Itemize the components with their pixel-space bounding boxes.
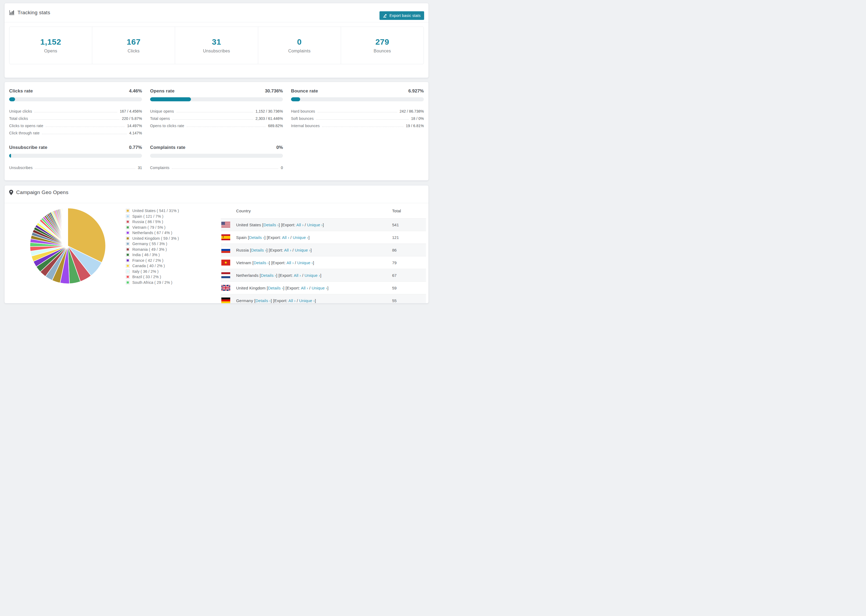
dotted-leader xyxy=(35,112,117,112)
export-unique-link[interactable]: Unique › xyxy=(293,235,308,240)
export-all-link[interactable]: All › xyxy=(301,286,308,290)
legend-swatch xyxy=(126,225,130,229)
export-unique-link[interactable]: Unique › xyxy=(295,248,310,252)
dotted-leader xyxy=(42,134,127,134)
export-all-link[interactable]: All › xyxy=(296,223,304,227)
stat-row-value: 167 / 4.456% xyxy=(120,109,142,113)
legend-label: Russia ( 86 / 5% ) xyxy=(132,220,163,224)
bounce-rate-value: 6.927% xyxy=(408,88,424,94)
legend-item-india: India ( 46 / 3% ) xyxy=(126,252,179,258)
export-basic-stats-button[interactable]: Export basic stats xyxy=(379,11,424,20)
vn-flag-icon xyxy=(221,259,230,266)
opens-rate-value: 30.736% xyxy=(265,88,283,94)
total-value: 79 xyxy=(392,261,397,265)
stat-row-value: 0 xyxy=(281,165,283,170)
bar-chart-icon xyxy=(9,10,14,15)
export-all-link[interactable]: All › xyxy=(284,248,291,252)
stat-row-soft-bounces: Soft bounces18 / 0% xyxy=(291,113,424,121)
stat-value: 1,152 xyxy=(40,37,61,47)
bracket: ] xyxy=(310,248,312,252)
campaign-geo-opens-panel: Campaign Geo Opens United States ( 541 /… xyxy=(4,185,429,303)
export-unique-link[interactable]: Unique › xyxy=(307,223,323,227)
export-all-link[interactable]: All › xyxy=(288,298,296,303)
legend-label: France ( 42 / 2% ) xyxy=(132,258,164,262)
dotted-leader xyxy=(318,112,397,112)
bounce-rate-progressbar xyxy=(291,97,424,101)
gb-flag-icon xyxy=(221,285,230,291)
export-label: [Export: xyxy=(271,261,287,265)
details-link[interactable]: Details › xyxy=(255,298,271,303)
export-all-link[interactable]: All › xyxy=(287,261,294,265)
unsubscribe-rate-block: Unsubscribe rate 0.77% Unsubscribes31 xyxy=(9,145,142,170)
country-cell: Germany [Details ›] [Export: All › / Uni… xyxy=(236,298,316,303)
legend-item-vietnam: Vietnam ( 79 / 5% ) xyxy=(126,225,179,230)
stat-row-label: Opens to clicks rate xyxy=(150,124,184,128)
stat-row-value: 4.147% xyxy=(129,131,142,135)
stat-row-value: 242 / 86.738% xyxy=(400,109,424,113)
legend-swatch xyxy=(126,275,130,279)
stat-row-label: Hard bounces xyxy=(291,109,315,113)
column-header-total: Total xyxy=(392,209,401,213)
export-all-link[interactable]: All › xyxy=(282,235,290,240)
stat-row-label: Total opens xyxy=(150,116,170,121)
legend-label: South Africa ( 29 / 2% ) xyxy=(132,280,172,284)
details-link[interactable]: Details › xyxy=(261,273,276,278)
details-link[interactable]: Details › xyxy=(263,223,279,227)
legend-swatch xyxy=(126,209,130,212)
stat-row-label: Soft bounces xyxy=(291,116,313,121)
table-row-germany: Germany [Details ›] [Export: All › / Uni… xyxy=(221,294,426,303)
details-link[interactable]: Details › xyxy=(254,261,269,265)
stat-row-label: Total clicks xyxy=(9,116,28,121)
stat-row-value: 19 / 6.81% xyxy=(406,124,424,128)
legend-label: Brazil ( 33 / 2% ) xyxy=(132,275,161,279)
stat-row-value: 18 / 0% xyxy=(411,116,424,121)
export-unique-link[interactable]: Unique › xyxy=(312,286,327,290)
export-label: [Export: xyxy=(267,235,282,240)
details-link[interactable]: Details › xyxy=(249,235,265,240)
unsubscribe-rate-progressbar xyxy=(9,154,142,158)
country-name: Russia xyxy=(236,248,250,252)
geo-title: Campaign Geo Opens xyxy=(16,190,68,195)
export-label: [Export: xyxy=(279,273,294,278)
stat-label: Opens xyxy=(44,49,57,53)
legend-label: Spain ( 121 / 7% ) xyxy=(132,214,164,218)
country-cell: Netherlands [Details ›] [Export: All › /… xyxy=(236,273,321,278)
table-row-united-kingdom: United Kingdom [Details ›] [Export: All … xyxy=(221,281,426,294)
stat-box-unsubscribes: 31Unsubscribes xyxy=(175,27,258,64)
legend-label: Vietnam ( 79 / 5% ) xyxy=(132,225,165,229)
stat-row-opens-to-clicks-rate: Opens to clicks rate689.82% xyxy=(150,121,283,128)
export-all-link[interactable]: All › xyxy=(294,273,301,278)
de-flag-icon xyxy=(221,297,230,303)
bracket: ] xyxy=(309,235,310,240)
stat-label: Unsubscribes xyxy=(203,49,230,53)
legend-label: Netherlands ( 67 / 4% ) xyxy=(132,231,172,235)
legend-swatch xyxy=(126,253,130,257)
geo-body: United States ( 541 / 31% )Spain ( 121 /… xyxy=(5,203,428,303)
dotted-leader xyxy=(172,168,279,169)
clicks-rate-title: Clicks rate xyxy=(9,88,33,94)
legend-label: United States ( 541 / 31% ) xyxy=(132,209,179,213)
bracket: ] xyxy=(327,286,328,290)
country-name: Netherlands xyxy=(236,273,260,278)
legend-swatch xyxy=(126,231,130,235)
export-unique-link[interactable]: Unique › xyxy=(299,298,315,303)
details-link[interactable]: Details › xyxy=(251,248,266,252)
slash: / xyxy=(301,273,304,278)
total-value: 541 xyxy=(392,223,399,227)
stat-row-click-through-rate: Click through rate4.147% xyxy=(9,128,142,135)
total-value: 86 xyxy=(392,248,397,252)
export-unique-link[interactable]: Unique › xyxy=(304,273,320,278)
legend-label: Italy ( 36 / 2% ) xyxy=(132,269,159,273)
clicks-rate-value: 4.46% xyxy=(129,88,142,94)
stat-box-clicks: 167Clicks xyxy=(92,27,175,64)
legend-item-italy: Italy ( 36 / 2% ) xyxy=(126,269,179,274)
bracket: ] xyxy=(265,235,267,240)
complaints-rate-block: Complaints rate 0% Complaints0 xyxy=(150,145,283,170)
legend-item-canada: Canada ( 40 / 2% ) xyxy=(126,263,179,269)
stat-row-label: Unsubscribes xyxy=(9,165,33,170)
stat-row-value: 220 / 5.87% xyxy=(122,116,142,121)
stat-row-internal-bounces: Internal bounces19 / 6.81% xyxy=(291,121,424,128)
stat-row-value: 1,152 / 30.736% xyxy=(255,109,283,113)
details-link[interactable]: Details › xyxy=(268,286,283,290)
export-unique-link[interactable]: Unique › xyxy=(297,261,313,265)
